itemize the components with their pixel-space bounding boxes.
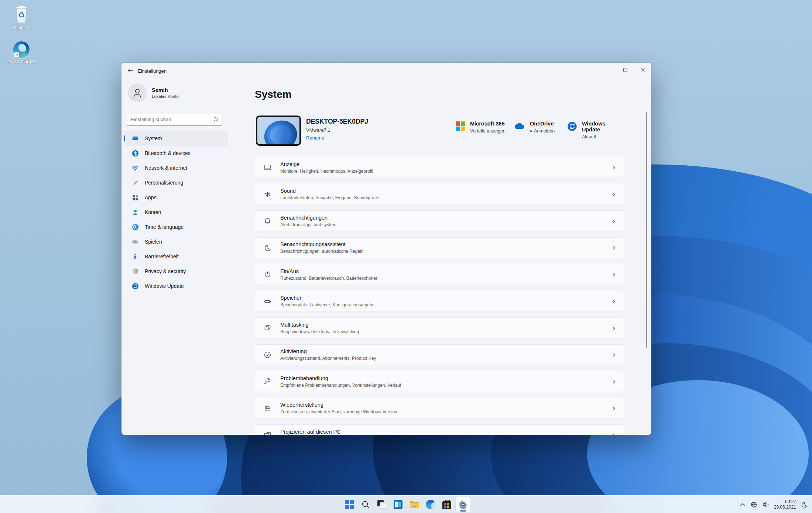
settings-row-speicher[interactable]: Speicher Speicherplatz, Laufwerke, Konfi… [255, 291, 624, 312]
quick-link-windows-update[interactable]: Windows Update Aktuell [567, 121, 624, 140]
settings-search[interactable] [127, 114, 222, 125]
sidebar: Semih Lokales Konto System [121, 79, 231, 435]
taskbar-clock[interactable]: 00:27 29.06.2021 [774, 499, 796, 510]
person-icon [133, 88, 142, 98]
moon-icon [263, 244, 272, 252]
row-title: Projizieren auf diesen PC [280, 429, 613, 435]
chevron-right-icon: › [613, 270, 616, 279]
sidebar-item-label: Konten [145, 209, 161, 215]
sidebar-item-label: Bluetooth & devices [145, 150, 191, 156]
start-icon [345, 500, 354, 509]
search-icon [362, 500, 370, 509]
sidebar-item-apps[interactable]: Apps [124, 190, 228, 205]
device-thumbnail [256, 116, 301, 146]
task-view-icon [374, 497, 389, 512]
sidebar-item-time-language[interactable]: Time & language [124, 220, 228, 234]
bluetooth-icon [131, 149, 139, 157]
quick-link-onedrive[interactable]: OneDrive Anmelden [513, 121, 555, 134]
settings-button[interactable] [456, 497, 470, 512]
apps-icon [131, 194, 139, 201]
chevron-right-icon: › [613, 324, 616, 333]
search-button[interactable] [358, 497, 373, 512]
settings-row-benachrichtigungen[interactable]: Benachrichtigungen Alerts from apps and … [255, 210, 624, 231]
chevron-right-icon: › [613, 404, 616, 413]
text-caret [130, 117, 130, 123]
sidebar-item-accessibility[interactable]: Barrierefreiheit [124, 249, 228, 264]
sidebar-item-label: Spielen [145, 239, 162, 245]
sidebar-item-label: Network & internet [145, 165, 187, 171]
page-title: System [255, 89, 292, 100]
quick-link-title: OneDrive [530, 121, 555, 127]
edge-button[interactable] [423, 497, 438, 512]
power-icon [263, 270, 272, 279]
sidebar-item-gaming[interactable]: Spielen [124, 234, 228, 249]
gaming-icon [131, 238, 139, 245]
settings-row-sound[interactable]: Sound Lautstärkestufen, Ausgabe, Eingabe… [255, 184, 624, 205]
row-title: Speicher [280, 295, 613, 301]
chevron-right-icon: › [613, 297, 616, 306]
settings-row-wiederherstellung[interactable]: Wiederherstellung Zurücksetzen, erweiter… [255, 398, 624, 419]
minimize-icon [606, 68, 610, 72]
minimize-button[interactable] [599, 63, 617, 77]
chevron-right-icon: › [613, 163, 616, 172]
project-icon [263, 431, 272, 435]
row-subtitle: Speicherplatz, Laufwerke, Konfigurations… [280, 302, 613, 307]
settings-row-anzeige[interactable]: Anzeige Monitore, Helligkeit, Nachtmodus… [255, 157, 624, 178]
sidebar-item-accounts[interactable]: Konten [124, 205, 228, 220]
scrollbar[interactable] [646, 112, 647, 348]
settings-row-multitasking[interactable]: Multitasking Snap windows, desktops, tas… [255, 317, 624, 338]
titlebar[interactable]: Einstellungen [121, 63, 651, 79]
microsoft-365-icon [456, 121, 465, 131]
no-internet-globe-icon [751, 502, 757, 508]
sidebar-item-label: Time & language [145, 224, 184, 230]
sidebar-item-system[interactable]: System [124, 131, 228, 146]
settings-window: Einstellungen Semih Lokales K [121, 63, 651, 435]
device-model: VMware7,1 [306, 127, 368, 133]
store-button[interactable] [439, 497, 454, 512]
chevron-right-icon: › [613, 350, 616, 359]
settings-row-problembehandlung[interactable]: Problembehandlung Empfohlene Problembeha… [255, 371, 624, 392]
profile-block[interactable]: Semih Lokales Konto [128, 83, 179, 102]
tray-chevron-button[interactable] [739, 502, 747, 507]
close-button[interactable] [634, 63, 651, 77]
row-subtitle: Monitore, Helligkeit, Nachtmodus, Anzeig… [280, 169, 613, 174]
quick-link-microsoft-365[interactable]: Microsoft 365 Vorteile anzeigen [456, 121, 506, 134]
row-title: Problembehandlung [280, 375, 613, 381]
time-language-icon [131, 223, 139, 231]
settings-row-aktivierung[interactable]: Aktivierung Aktivierungszustand, Abonnem… [255, 344, 624, 365]
volume-button[interactable] [761, 500, 771, 509]
wrench-icon [263, 377, 272, 386]
settings-row-ein-aus[interactable]: Ein/Aus Ruhezustand, Batterieverbrauch, … [255, 264, 624, 285]
quick-link-subtitle: Aktuell [582, 134, 624, 140]
sidebar-item-privacy-security[interactable]: Privacy & security [124, 264, 228, 279]
desktop-icon-edge[interactable]: ↗ Microsoft Edge [2, 41, 41, 63]
widgets-button[interactable] [391, 497, 405, 512]
settings-row-benachrichtigungsassistent[interactable]: Benachrichtigungsassistent Benachrichtig… [255, 237, 624, 258]
rename-link[interactable]: Rename [306, 135, 368, 141]
settings-row-projizieren[interactable]: Projizieren auf diesen PC Berechtigungen… [255, 424, 624, 435]
desktop-icon-label: Microsoft Edge [2, 59, 41, 63]
multitask-icon [263, 324, 272, 332]
desktop-icon-recycle-bin[interactable]: ♻ Papierkorb [2, 4, 41, 30]
sidebar-item-personalization[interactable]: Personalisierung [124, 175, 228, 190]
sidebar-item-bluetooth-devices[interactable]: Bluetooth & devices [124, 146, 228, 161]
row-title: Benachrichtigungsassistent [280, 241, 613, 247]
shortcut-arrow-icon: ↗ [14, 52, 19, 57]
search-input[interactable] [131, 117, 213, 122]
maximize-button[interactable] [617, 63, 634, 77]
clock-time: 00:27 [774, 499, 796, 505]
onedrive-icon [513, 121, 525, 130]
maximize-icon [623, 68, 627, 72]
network-status-button[interactable] [749, 500, 758, 509]
back-button[interactable] [124, 65, 137, 76]
row-subtitle: Empfohlene Problembehandlungen, Voreinst… [280, 383, 613, 388]
file-explorer-button[interactable] [407, 497, 422, 512]
sidebar-item-windows-update[interactable]: Windows Update [124, 279, 228, 293]
task-view-button[interactable] [374, 497, 389, 512]
start-button[interactable] [342, 497, 357, 512]
svg-text:♻: ♻ [18, 11, 25, 20]
chevron-right-icon: › [613, 377, 616, 386]
sidebar-item-network-internet[interactable]: Network & internet [124, 161, 228, 175]
chevron-right-icon: › [613, 243, 616, 252]
focus-assist-button[interactable] [799, 500, 809, 509]
